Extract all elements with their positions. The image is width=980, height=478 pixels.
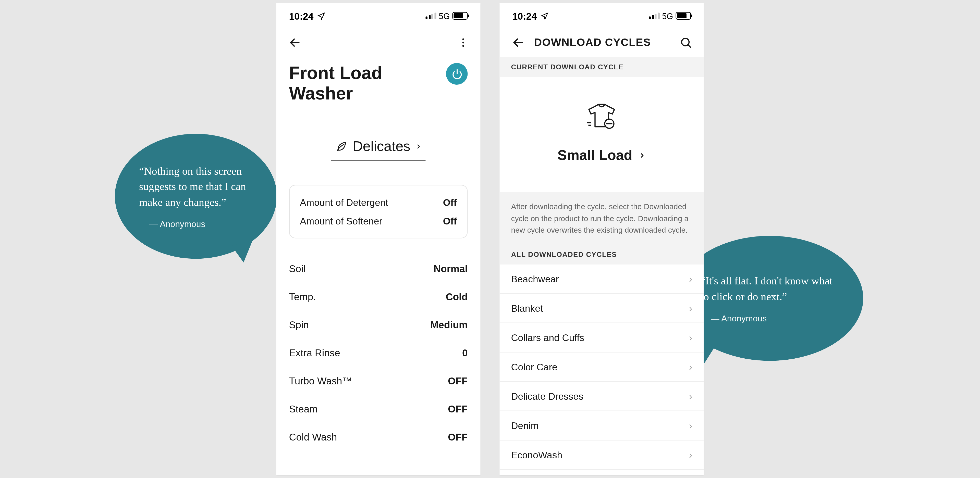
- chevron-right-icon: ›: [689, 303, 692, 313]
- helper-text: After downloading the cycle, select the …: [500, 192, 704, 244]
- nav-bar: [277, 29, 480, 57]
- setting-label: Turbo Wash™: [289, 376, 352, 387]
- setting-label: Extra Rinse: [289, 348, 340, 359]
- network-label: 5G: [439, 11, 450, 21]
- cycle-list: Beachwear› Blanket› Collars and Cuffs› C…: [500, 264, 704, 470]
- setting-row[interactable]: SoilNormal: [289, 255, 468, 283]
- cycle-name: Color Care: [511, 361, 557, 372]
- back-arrow-icon[interactable]: [511, 36, 525, 50]
- chevron-right-icon: [415, 142, 422, 151]
- nav-bar: DOWNLOAD CYCLES: [500, 29, 704, 57]
- svg-point-0: [463, 38, 464, 40]
- list-item[interactable]: Blanket›: [500, 294, 704, 323]
- cycle-name: Denim: [511, 420, 539, 431]
- list-item[interactable]: Delicate Dresses›: [500, 381, 704, 411]
- setting-label: Steam: [289, 404, 318, 415]
- chevron-right-icon: ›: [689, 332, 692, 343]
- list-item[interactable]: EconoWash›: [500, 440, 704, 470]
- callout-bubble-right: “It's all flat. I don't know what to cli…: [676, 236, 863, 361]
- svg-point-1: [463, 42, 464, 44]
- location-arrow-icon: [317, 12, 326, 20]
- callout-quote: “It's all flat. I don't know what to cli…: [700, 274, 839, 305]
- phone-screen-download-cycles: 10:24 5G DOWNLOAD CYCLES CURRENT DOWNLOA…: [500, 3, 704, 475]
- setting-row[interactable]: Extra Rinse0: [289, 339, 468, 367]
- svg-point-2: [463, 45, 464, 47]
- setting-value: Cold: [445, 292, 468, 303]
- status-time: 10:24: [512, 11, 537, 21]
- setting-row[interactable]: Temp.Cold: [289, 283, 468, 311]
- cycle-name: Delicate Dresses: [511, 391, 584, 402]
- current-cycle-label: Small Load: [558, 147, 632, 164]
- setting-value: OFF: [448, 376, 468, 387]
- status-bar: 10:24 5G: [500, 3, 704, 29]
- setting-value: OFF: [448, 404, 468, 415]
- callout-attrib: — Anonymous: [149, 219, 253, 229]
- signal-bars-icon: [426, 13, 436, 19]
- current-cycle-card[interactable]: Small Load: [500, 77, 704, 192]
- page-title: Front Load Washer: [289, 63, 446, 104]
- list-item[interactable]: Beachwear›: [500, 264, 704, 294]
- nav-title: DOWNLOAD CYCLES: [534, 36, 651, 49]
- chevron-right-icon: ›: [689, 273, 692, 284]
- shirt-icon: [584, 103, 620, 130]
- chevron-right-icon: ›: [689, 391, 692, 402]
- cycle-selector[interactable]: Delicates: [331, 136, 426, 161]
- setting-value: OFF: [448, 432, 468, 443]
- signal-bars-icon: [649, 13, 659, 19]
- settings-list: SoilNormal Temp.Cold SpinMedium Extra Ri…: [289, 255, 468, 451]
- setting-label: Cold Wash: [289, 432, 337, 443]
- battery-icon: [676, 12, 691, 20]
- cycle-name: Blanket: [511, 303, 543, 313]
- status-time: 10:24: [289, 11, 313, 21]
- setting-row[interactable]: SteamOFF: [289, 395, 468, 423]
- setting-label: Soil: [289, 264, 306, 275]
- setting-row[interactable]: Turbo Wash™OFF: [289, 367, 468, 395]
- callout-quote: “Nothing on this screen suggests to me t…: [139, 164, 253, 210]
- setting-label: Temp.: [289, 292, 316, 303]
- setting-row[interactable]: SpinMedium: [289, 311, 468, 339]
- setting-row[interactable]: Cold WashOFF: [289, 423, 468, 451]
- dispenser-row[interactable]: Amount of Softener Off: [300, 212, 457, 230]
- section-header-all: ALL DOWNLOADED CYCLES: [500, 244, 704, 264]
- cycle-name: Collars and Cuffs: [511, 332, 584, 343]
- status-bar: 10:24 5G: [277, 3, 480, 29]
- phone-screen-washer: 10:24 5G Front Load Washer: [277, 3, 480, 475]
- chevron-right-icon: [639, 151, 646, 161]
- leaf-icon: [335, 140, 348, 153]
- callout-attrib: — Anonymous: [711, 313, 839, 323]
- setting-value: Off: [443, 216, 457, 227]
- callout-tail-icon: [231, 241, 257, 264]
- back-arrow-icon[interactable]: [288, 36, 302, 50]
- more-dots-icon[interactable]: [458, 37, 469, 48]
- setting-value: Off: [443, 197, 457, 208]
- chevron-right-icon: ›: [689, 420, 692, 431]
- setting-value: 0: [462, 348, 468, 359]
- dispenser-card: Amount of Detergent Off Amount of Soften…: [289, 185, 468, 238]
- power-button[interactable]: [446, 63, 468, 85]
- svg-line-5: [688, 44, 690, 47]
- power-icon: [452, 68, 463, 79]
- cycle-label: Delicates: [353, 138, 410, 155]
- callout-bubble-left: “Nothing on this screen suggests to me t…: [115, 134, 277, 259]
- network-label: 5G: [662, 11, 673, 21]
- section-header-current: CURRENT DOWNLOAD CYCLE: [500, 57, 704, 77]
- setting-label: Amount of Softener: [300, 216, 382, 227]
- chevron-right-icon: ›: [689, 449, 692, 460]
- location-arrow-icon: [541, 12, 549, 20]
- battery-icon: [452, 12, 468, 20]
- search-icon[interactable]: [679, 36, 692, 49]
- setting-label: Spin: [289, 319, 309, 331]
- setting-value: Normal: [434, 264, 468, 275]
- list-item[interactable]: Color Care›: [500, 352, 704, 381]
- cycle-name: EconoWash: [511, 449, 563, 460]
- chevron-right-icon: ›: [689, 361, 692, 372]
- dispenser-row[interactable]: Amount of Detergent Off: [300, 193, 457, 212]
- cycle-name: Beachwear: [511, 273, 559, 284]
- list-item[interactable]: Denim›: [500, 411, 704, 440]
- list-item[interactable]: Collars and Cuffs›: [500, 323, 704, 352]
- setting-label: Amount of Detergent: [300, 197, 388, 208]
- setting-value: Medium: [430, 319, 468, 331]
